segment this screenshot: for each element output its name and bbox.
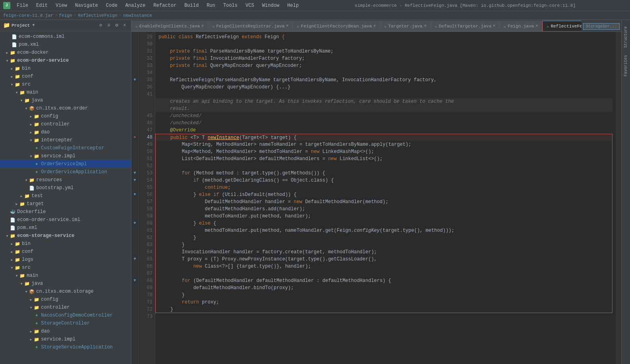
tree-item-pom-xml-1[interactable]: 📄 pom.xml [0,41,131,49]
storage-service-button[interactable]: StorageSer... [583,23,620,30]
code-line-72: } [155,306,612,313]
tree-item-ecom-docker[interactable]: ▶ 📁 ecom-docker [0,49,131,57]
menu-run[interactable]: Run [203,2,219,9]
tree-item-storage-conf[interactable]: ▶ 📁 conf [0,248,131,256]
tree-item-ecom-storage-service[interactable]: ▼ 📁 ecom-storage-service [0,232,131,240]
tree-item-controller[interactable]: ▶ 📁 controller [0,120,131,128]
breadcrumb-class[interactable]: ReflectiveFeign [78,13,117,18]
folder-icon-storage-conf: 📁 [14,249,21,254]
sidebar-collapse-icon[interactable]: ≡ [106,22,112,29]
tab-factory-bean[interactable]: ☕ FeignClientFactoryBean.java × [293,21,380,31]
java-class-icon: ● [33,145,40,151]
tab-enable-feign[interactable]: ☕ EnableFeignClients.java × [131,21,208,31]
tree-item-main[interactable]: ▼ 📁 main [0,88,131,96]
menu-navigate[interactable]: Navigate [72,2,101,9]
tree-item-custom-feign[interactable]: ● CustomFeignInterceptor [0,144,131,152]
tree-item-storage-bin[interactable]: ▶ 📁 bin [0,240,131,248]
tree-item-cn-package[interactable]: ▼ 📦 cn.itxs.ecom.order [0,104,131,112]
tree-item-config[interactable]: ▶ 📁 config [0,112,131,120]
tree-item-storage-logs[interactable]: ▶ 📁 logs [0,256,131,264]
chevron-right-icon: ▶ [19,194,24,198]
menu-code[interactable]: Code [103,2,121,9]
chevron-right-icon: ▶ [5,50,10,55]
tree-item-storage-package[interactable]: ▼ 📦 cn.itxs.ecom.storage [0,288,131,296]
tree-item-bin[interactable]: ▶ 📁 bin [0,65,131,72]
tree-item-pom-xml-2[interactable]: 📄 pom.xml [0,224,131,232]
menu-view[interactable]: View [53,2,70,9]
tab-reflective-feign[interactable]: ☕ ReflectiveFeign.java × [542,21,581,31]
sidebar-locate-icon[interactable]: ⊙ [98,22,104,29]
code-editor[interactable]: public class ReflectiveFeign extends Fei… [155,32,616,364]
tree-item-test[interactable]: ▶ 📁 test [0,192,131,200]
menu-window[interactable]: Window [259,2,282,9]
tree-item-service-impl[interactable]: ▼ 📁 service.impl [0,152,131,160]
gutter-55 [131,184,138,191]
tree-item-intercepter[interactable]: ▼ 📁 intercepter [0,136,131,144]
sidebar-icons: ⊙ ≡ ⚙ × [98,22,128,29]
tree-item-dao[interactable]: ▶ 📁 dao [0,128,131,136]
tree-item-nacos-config[interactable]: ● NacosConfigDemoComtroller [0,311,131,319]
xml-icon: 📄 [11,42,18,47]
folder-icon-service-impl: 📁 [33,153,40,159]
tree-item-target[interactable]: ▶ 📁 target [0,200,131,208]
tab-feign-registrar[interactable]: ☕ FeignClientsRegistrar.java × [208,21,293,31]
tree-item-dockerfile[interactable]: 🐳 Dockerfile [0,208,131,216]
tab-bar: ☕ EnableFeignClients.java × ☕ FeignClien… [131,20,581,31]
tab-close-default-targeter[interactable]: × [493,24,495,28]
menu-analyze[interactable]: Analyze [122,2,149,9]
tree-item-storage-main[interactable]: ▼ 📁 main [0,272,131,280]
code-line-48: public <T> T newInstance(Target<T> targe… [155,134,612,141]
tab-close-factory-bean[interactable]: × [374,24,376,28]
tree-item-storage-java[interactable]: ▼ 📁 java [0,280,131,288]
folder-icon-bin: 📁 [14,66,21,71]
tab-structure[interactable]: Structure [622,23,629,51]
tab-favorites[interactable]: Favorites [622,52,629,80]
tree-item-java-folder[interactable]: ▼ 📁 java [0,96,131,104]
tree-item-storage-service-impl[interactable]: ▶ 📁 service.impl [0,335,131,343]
menu-build[interactable]: Build [181,2,202,9]
menu-refactor[interactable]: Refactor [150,2,180,9]
tree-item-bootstrap[interactable]: 📄 bootstrap.yml [0,184,131,192]
menu-vcs[interactable]: VCS [243,2,258,9]
tree-item-ecom-order-service[interactable]: ▼ 📁 ecom-order-service [0,57,131,65]
gutter-57 [131,198,138,205]
tree-item-src[interactable]: ▼ 📁 src [0,80,131,88]
tree-item-order-service-impl[interactable]: ● OrderServiceImpl [0,160,131,168]
folder-icon-storage-svc: 📁 [33,337,40,342]
menu-file[interactable]: File [14,2,31,9]
tab-close-targeter[interactable]: × [424,24,427,28]
breadcrumb-jar[interactable]: feign-core-11.8.jar [3,13,53,18]
code-line-60: } else { [155,220,612,227]
tree-item-storage-controller[interactable]: ▼ 📁 controller [0,303,131,311]
tree-item-storage-src[interactable]: ▼ 📁 src [0,264,131,272]
tree-item-order-app[interactable]: ● OrderServiceApplication [0,168,131,176]
folder-icon-conf: 📁 [14,74,21,79]
tree-item-storage-dao[interactable]: ▶ 📁 dao [0,327,131,335]
tree-item-resources[interactable]: ▼ 📁 resources [0,176,131,184]
tree-item-storage-app[interactable]: ● StorageServiceApplication [0,343,131,351]
sidebar-settings-icon[interactable]: ⚙ [113,22,120,29]
tree-item-storage-controller-class[interactable]: ● StorageController [0,319,131,327]
menu-help[interactable]: Help [284,2,302,9]
tree-item-storage-config[interactable]: ▶ 📁 config [0,296,131,303]
tab-default-targeter[interactable]: ☕ DefaultTargeter.java × [431,21,500,31]
breadcrumb-method[interactable]: newInstance [123,13,152,18]
gutter-29 [131,33,138,41]
tree-item-ecom-order-iml[interactable]: 📄 ecom-order-service.iml [0,216,131,224]
code-line-50: Map<Method, MethodHandler> methodToHandl… [155,148,612,155]
tab-close-feign[interactable]: × [536,24,538,28]
tab-feign[interactable]: ☕ Feign.java × [500,21,542,31]
tree-item-ecom-commons-iml[interactable]: 📄 ecom-commons.iml [0,33,131,41]
tab-targeter[interactable]: ☕ Targeter.java × [380,21,431,31]
code-line-53: for (Method method : target.type().getMe… [155,170,612,177]
chevron-down-icon: ▼ [29,305,33,310]
chevron-right-icon: ▶ [10,257,14,262]
tree-item-conf[interactable]: ▶ 📁 conf [0,72,131,80]
menu-tools[interactable]: Tools [220,2,241,9]
breadcrumb-package[interactable]: feign [59,13,72,18]
tab-close-feign-registrar[interactable]: × [286,24,289,28]
chevron-down-icon: ▼ [5,233,10,238]
tab-close-enable-feign[interactable]: × [202,24,204,28]
menu-edit[interactable]: Edit [33,2,51,9]
sidebar-close-icon[interactable]: × [121,22,128,29]
